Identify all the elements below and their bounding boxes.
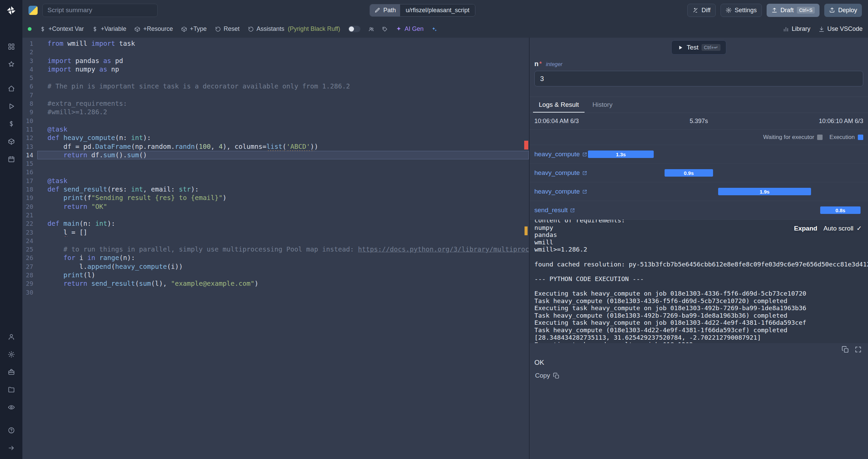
line-number: 6 xyxy=(22,82,37,91)
log-actions xyxy=(530,343,868,356)
apps-icon[interactable] xyxy=(4,40,18,53)
execution-bar: 1.9s xyxy=(718,188,811,195)
path-value: u/rfiszel/pleasant_script xyxy=(400,4,475,16)
diff-button[interactable]: Diff xyxy=(687,4,716,17)
assistants-toggle[interactable] xyxy=(348,26,360,32)
waiting-swatch xyxy=(817,135,823,140)
collaborators-icon[interactable] xyxy=(369,26,374,32)
task-run-link[interactable]: heavy_compute xyxy=(534,151,587,158)
task-run-link[interactable]: send_result xyxy=(534,206,575,214)
log-text: content of requirements: numpy pandas wm… xyxy=(530,220,868,343)
dollar-icon xyxy=(40,26,46,32)
home-icon[interactable] xyxy=(4,82,18,95)
schedules-icon[interactable] xyxy=(4,153,18,165)
topbar: Path u/rfiszel/pleasant_script Diff Sett… xyxy=(22,0,868,20)
draft-button[interactable]: Draft Ctrl+S xyxy=(767,4,820,17)
script-summary-input[interactable] xyxy=(42,4,158,17)
task-run-link[interactable]: heavy_compute xyxy=(534,169,587,177)
code-line: 9#wmill>=1.286.2 xyxy=(22,108,529,116)
external-link-icon xyxy=(582,152,587,157)
folders-icon[interactable] xyxy=(4,383,18,396)
code-line: 13 df = pd.DataFrame(np.random.randn(100… xyxy=(22,142,529,151)
task-timeline: heavy_compute1.3sheavy_compute0.9sheavy_… xyxy=(530,145,868,220)
copy-result-button[interactable]: Copy xyxy=(532,370,865,381)
code-line: 24 xyxy=(22,237,529,245)
resources-icon[interactable] xyxy=(4,135,18,148)
assistants-button[interactable]: Assistants (Pyright Black Ruff) xyxy=(248,25,340,33)
line-number: 18 xyxy=(22,185,37,194)
line-number: 22 xyxy=(22,219,37,228)
variables-icon[interactable] xyxy=(4,117,18,130)
code-editor[interactable]: 1from wmill import task23import pandas a… xyxy=(22,38,529,459)
code-line: 15 xyxy=(22,159,529,168)
deploy-label: Deploy xyxy=(838,7,857,14)
path-edit-segment[interactable]: Path xyxy=(370,4,400,16)
path-editor[interactable]: Path u/rfiszel/pleasant_script xyxy=(370,4,475,17)
log-output[interactable]: content of requirements: numpy pandas wm… xyxy=(530,220,868,343)
code-line: 3import pandas as pd xyxy=(22,57,529,65)
line-number: 1 xyxy=(22,39,37,48)
add-resource-button[interactable]: +Resource xyxy=(134,25,173,33)
arg-n-input[interactable] xyxy=(534,71,863,86)
legend-waiting: Waiting for executor xyxy=(763,134,823,141)
workers-icon[interactable] xyxy=(4,365,18,378)
code-line: 5 xyxy=(22,74,529,82)
content: 1from wmill import task23import pandas a… xyxy=(22,38,868,459)
settings-button[interactable]: Settings xyxy=(721,4,762,17)
start-time: 10:06:04 AM 6/3 xyxy=(534,118,579,125)
add-type-button[interactable]: +Type xyxy=(181,25,207,33)
panel-tabs: Logs & Result History xyxy=(530,97,868,113)
timeline-legend: Waiting for executor Execution xyxy=(530,130,868,145)
audit-logs-icon[interactable] xyxy=(4,401,18,414)
help-icon[interactable] xyxy=(4,424,18,437)
tab-history[interactable]: History xyxy=(587,97,618,113)
autoscroll-toggle[interactable]: Auto scroll ✓ xyxy=(823,224,862,232)
code-line: 17@task xyxy=(22,177,529,185)
copy-logs-icon[interactable] xyxy=(842,346,849,353)
use-vscode-button[interactable]: Use VSCode xyxy=(818,25,863,33)
workspace-settings-icon[interactable] xyxy=(4,348,18,361)
code-line: 28 print(l) xyxy=(22,271,529,279)
code-line: 4import numpy as np xyxy=(22,65,529,74)
ai-sparkles-icon[interactable] xyxy=(432,26,437,32)
magic-wand-icon xyxy=(396,26,402,32)
line-number: 26 xyxy=(22,254,37,262)
status-dot xyxy=(28,27,32,31)
line-number: 10 xyxy=(22,117,37,125)
legend-execution: Execution xyxy=(829,134,863,141)
tag-icon[interactable] xyxy=(382,26,388,32)
task-run-link[interactable]: heavy_compute xyxy=(534,188,587,195)
line-number: 21 xyxy=(22,211,37,219)
main-area: Path u/rfiszel/pleasant_script Diff Sett… xyxy=(22,0,868,459)
expand-logs-button[interactable]: Expand xyxy=(794,225,817,232)
line-number: 28 xyxy=(22,271,37,279)
add-variable-button[interactable]: +Variable xyxy=(92,25,126,33)
code-lines: 1from wmill import task23import pandas a… xyxy=(22,39,529,297)
required-marker: * xyxy=(539,60,542,68)
account-icon[interactable] xyxy=(4,330,18,343)
check-icon: ✓ xyxy=(856,224,862,232)
result-value: OK xyxy=(530,356,868,367)
ai-gen-button[interactable]: AI Gen xyxy=(396,25,423,33)
library-button[interactable]: Library xyxy=(783,25,810,33)
tab-logs-result[interactable]: Logs & Result xyxy=(533,97,585,113)
fullscreen-icon[interactable] xyxy=(854,346,862,353)
task-row: heavy_compute0.9s xyxy=(530,164,868,182)
reset-button[interactable]: Reset xyxy=(215,25,240,33)
line-number: 16 xyxy=(22,168,37,176)
library-icon xyxy=(783,26,789,32)
favorites-icon[interactable] xyxy=(4,58,18,71)
external-link-icon xyxy=(582,189,587,194)
expand-sidebar-icon[interactable] xyxy=(4,441,18,454)
line-number: 2 xyxy=(22,48,37,56)
test-button[interactable]: Test Ctrl+↵ xyxy=(671,40,726,55)
line-number: 23 xyxy=(22,228,37,237)
copy-icon xyxy=(553,373,559,379)
reset-icon xyxy=(215,26,221,32)
windmill-logo-icon[interactable] xyxy=(4,4,18,17)
deploy-button[interactable]: Deploy xyxy=(824,4,862,17)
draft-label: Draft xyxy=(781,7,794,14)
add-context-var-button[interactable]: +Context Var xyxy=(40,25,84,33)
runs-icon[interactable] xyxy=(4,100,18,113)
play-icon xyxy=(677,44,684,51)
